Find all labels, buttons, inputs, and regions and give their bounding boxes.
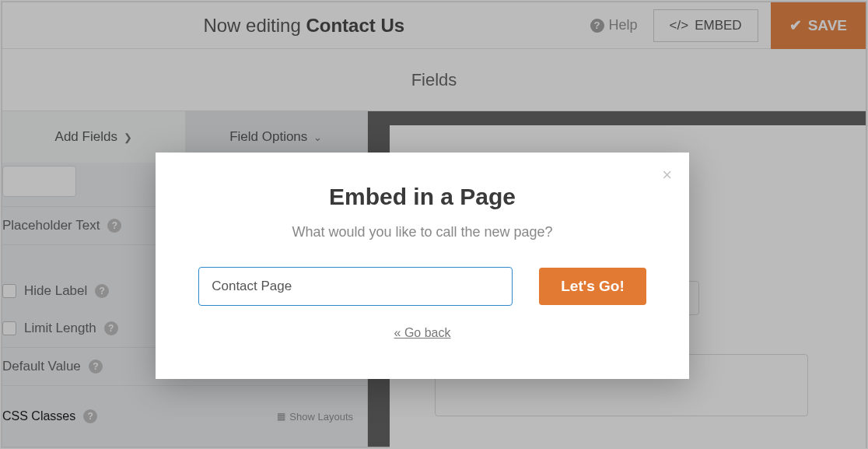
go-back-link[interactable]: « Go back bbox=[394, 326, 451, 340]
modal-title: Embed in a Page bbox=[194, 184, 650, 210]
close-icon: × bbox=[662, 165, 672, 184]
modal-subtitle: What would you like to call the new page… bbox=[194, 224, 650, 240]
close-button[interactable]: × bbox=[662, 167, 672, 184]
modal-form-row: Let's Go! bbox=[194, 267, 650, 306]
lets-go-button[interactable]: Let's Go! bbox=[539, 268, 646, 305]
embed-modal: × Embed in a Page What would you like to… bbox=[156, 153, 689, 379]
page-name-input[interactable] bbox=[198, 267, 513, 306]
